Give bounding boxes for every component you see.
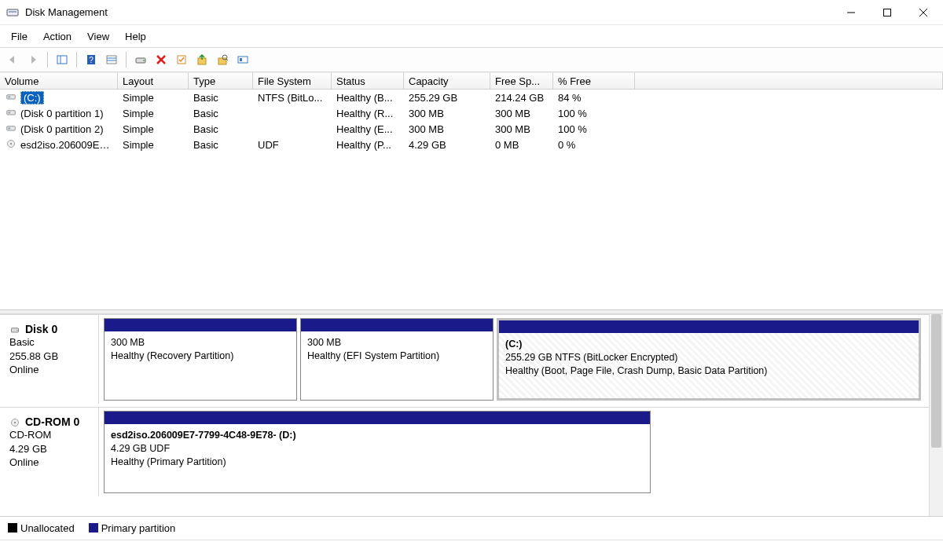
partition-box[interactable]: esd2iso.206009E7-7799-4C48-9E78- (D:)4.2…	[104, 411, 651, 493]
partition-bar	[499, 320, 919, 333]
back-button[interactable]	[3, 50, 22, 69]
svg-rect-27	[8, 112, 10, 113]
volume-pct-cell: 100 %	[553, 108, 635, 119]
volume-pct-cell: 84 %	[553, 92, 635, 104]
show-hide-console-tree-button[interactable]	[53, 50, 72, 69]
toolbar-separator	[76, 52, 77, 68]
partition-bar	[301, 319, 493, 331]
svg-text:?: ?	[89, 56, 94, 64]
disk-type: CD-ROM	[9, 428, 90, 442]
minimize-button[interactable]	[833, 2, 869, 24]
unallocated-swatch-icon	[8, 523, 17, 533]
col-layout[interactable]: Layout	[118, 72, 189, 89]
partition-size: 300 MB	[307, 336, 486, 350]
menu-file[interactable]: File	[3, 27, 35, 46]
menu-help[interactable]: Help	[117, 27, 154, 46]
partition-box[interactable]: 300 MBHealthy (Recovery Partition)	[104, 318, 297, 401]
partition-size: 255.29 GB NTFS (BitLocker Encrypted)	[505, 351, 912, 364]
volume-layout-cell: Simple	[118, 92, 189, 104]
forward-button[interactable]	[24, 50, 42, 69]
partition-body: (C:)255.29 GB NTFS (BitLocker Encrypted)…	[499, 333, 919, 398]
menu-bar: File Action View Help	[0, 25, 943, 47]
action-button-3[interactable]	[233, 50, 252, 69]
svg-rect-23	[240, 58, 242, 61]
disk-name: CD-ROM 0	[9, 415, 90, 428]
delete-button[interactable]	[152, 50, 171, 69]
drive-icon	[5, 123, 17, 133]
volume-row[interactable]: (Disk 0 partition 1)SimpleBasicHealthy (…	[0, 105, 943, 121]
close-button[interactable]	[905, 2, 941, 24]
partition-status: Healthy (Boot, Page File, Crash Dump, Ba…	[505, 364, 912, 378]
primary-swatch-icon	[89, 523, 98, 533]
volume-list-headers: Volume Layout Type File System Status Ca…	[0, 72, 943, 90]
svg-rect-19	[218, 58, 226, 64]
partitions-container: 300 MBHealthy (Recovery Partition)300 MB…	[99, 314, 929, 404]
volume-type-cell: Basic	[189, 108, 253, 119]
svg-rect-25	[8, 96, 10, 97]
scrollbar-thumb[interactable]	[931, 314, 941, 448]
col-capacity[interactable]: Capacity	[404, 72, 490, 89]
volume-fs-cell: UDF	[253, 139, 332, 151]
partition-box[interactable]: (C:)255.29 GB NTFS (BitLocker Encrypted)…	[497, 318, 921, 401]
col-pctfree[interactable]: % Free	[553, 72, 635, 89]
status-bar	[0, 540, 943, 551]
disk-header[interactable]: Disk 0Basic255.88 GBOnline	[0, 314, 99, 404]
disk-header[interactable]: CD-ROM 0CD-ROM4.29 GBOnline	[0, 407, 99, 496]
partition-body: esd2iso.206009E7-7799-4C48-9E78- (D:)4.2…	[105, 424, 650, 492]
partition-status: Healthy (Primary Partition)	[111, 456, 644, 469]
legend-unallocated: Unallocated	[8, 522, 75, 534]
disk-size: 4.29 GB	[9, 442, 90, 456]
volume-layout-cell: Simple	[118, 108, 189, 119]
volume-pct-cell: 100 %	[553, 123, 635, 135]
svg-point-31	[10, 142, 12, 144]
partition-body: 300 MBHealthy (Recovery Partition)	[105, 331, 296, 400]
svg-rect-22	[238, 57, 248, 63]
disk-row: CD-ROM 0CD-ROM4.29 GBOnlineesd2iso.20600…	[0, 407, 929, 500]
menu-view[interactable]: View	[79, 27, 117, 46]
drive-icon	[5, 108, 17, 117]
volume-row[interactable]: esd2iso.206009E7...SimpleBasicUDFHealthy…	[0, 137, 943, 152]
volume-type-cell: Basic	[189, 139, 253, 151]
svg-rect-1	[9, 11, 17, 13]
partition-title: (C:)	[505, 338, 912, 351]
rescan-disks-button[interactable]	[131, 50, 150, 69]
action-button-1[interactable]	[193, 50, 211, 69]
volume-capacity-cell: 4.29 GB	[404, 139, 490, 151]
volume-free-cell: 300 MB	[490, 123, 553, 135]
col-filesystem[interactable]: File System	[253, 72, 332, 89]
disk-graphical-view: Disk 0Basic255.88 GBOnline300 MBHealthy …	[0, 314, 943, 516]
menu-action[interactable]: Action	[35, 27, 79, 46]
col-status[interactable]: Status	[332, 72, 404, 89]
col-spacer	[635, 72, 943, 89]
disk-name: Disk 0	[9, 323, 90, 335]
disk-size: 255.88 GB	[9, 350, 90, 364]
volume-free-cell: 214.24 GB	[490, 92, 553, 104]
volume-row[interactable]: (Disk 0 partition 2)SimpleBasicHealthy (…	[0, 121, 943, 137]
volume-row[interactable]: (C:)SimpleBasicNTFS (BitLo...Healthy (B.…	[0, 90, 943, 105]
partition-bar	[105, 319, 296, 331]
col-freespace[interactable]: Free Sp...	[490, 72, 553, 89]
partition-title: esd2iso.206009E7-7799-4C48-9E78- (D:)	[111, 429, 644, 442]
volume-status-cell: Healthy (B...	[332, 92, 404, 104]
partition-size: 300 MB	[111, 336, 290, 350]
refresh-button[interactable]	[102, 50, 121, 69]
volume-list[interactable]: (C:)SimpleBasicNTFS (BitLo...Healthy (B.…	[0, 90, 943, 309]
volume-capacity-cell: 300 MB	[404, 108, 490, 119]
app-icon	[6, 6, 19, 19]
disk-state: Online	[9, 363, 90, 377]
action-button-2[interactable]	[213, 50, 232, 69]
volume-layout-cell: Simple	[118, 123, 189, 135]
partition-box[interactable]: 300 MBHealthy (EFI System Partition)	[300, 318, 494, 401]
help-button[interactable]: ?	[82, 50, 101, 69]
col-type[interactable]: Type	[189, 72, 253, 89]
disk-state: Online	[9, 456, 90, 470]
volume-pct-cell: 0 %	[553, 139, 635, 151]
properties-button[interactable]	[172, 50, 191, 69]
hdd-icon	[9, 324, 22, 335]
vertical-scrollbar[interactable]	[929, 314, 943, 516]
volume-name-cell: (Disk 0 partition 1)	[0, 108, 118, 119]
disc-icon	[9, 417, 22, 428]
disc-icon	[5, 139, 17, 148]
maximize-button[interactable]	[869, 2, 905, 24]
col-volume[interactable]: Volume	[0, 72, 118, 89]
